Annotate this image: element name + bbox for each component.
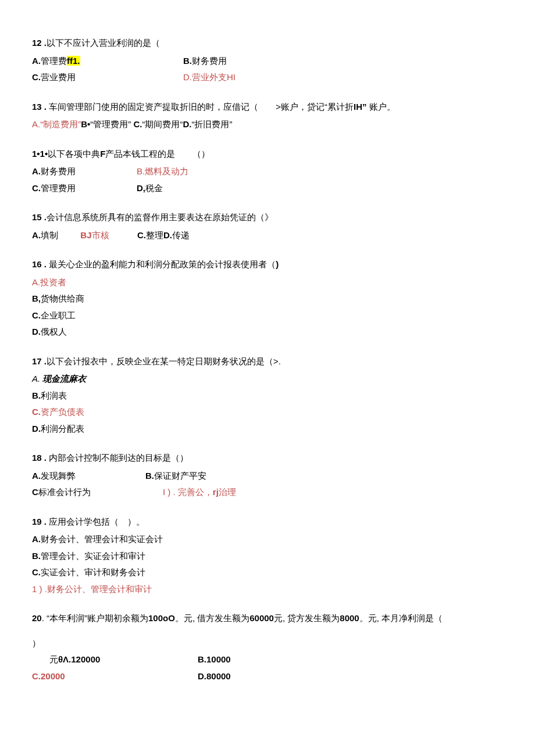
q18-B-text: 保证财产平安: [154, 471, 206, 481]
q12-A-text: 管理费: [41, 56, 67, 66]
q18-B-prefix: B.: [145, 471, 154, 481]
q15-number: 15: [32, 212, 42, 222]
q20-number: 20: [32, 613, 42, 623]
q13-C-prefix: C.: [133, 119, 142, 129]
q14-body2: 产品本钱工程的是 （）: [105, 149, 210, 159]
q16-D-prefix: D.: [32, 327, 41, 336]
q18-row1: A.发现舞弊 B.保证财产平安: [32, 468, 503, 485]
question-15: 15 .会计信息系统所具有的监督作用主要表达在原始凭证的（》 A.填制 BJ市核…: [32, 209, 503, 243]
q12-B-text: 财务费用: [192, 56, 227, 66]
question-12-text: 12 .以下不应计入营业利润的是（: [32, 35, 503, 52]
q20-b2: 60000: [249, 613, 274, 623]
q18-number: 18: [32, 453, 42, 463]
q18-A-prefix: A.: [32, 471, 41, 481]
q13-D-prefix: D.: [183, 119, 191, 129]
q16-optA: A.投资者: [32, 274, 503, 291]
q15-D-prefix: D.: [163, 230, 172, 240]
q12-D-prefix: D.: [183, 72, 192, 82]
q19-A-text: 财务会计、管理会计和实证会计: [41, 534, 163, 544]
q13-tail2: 账户。: [366, 102, 395, 112]
q18-D-prefix: I ) .: [163, 487, 176, 497]
q20-A-b: θΛ.120000: [58, 654, 100, 664]
q16-D-text: 俄权人: [41, 327, 67, 336]
question-13: 13 . 车间管理部门使用的固定资产提取折旧的时，应借记（ >账户，贷记“累计折…: [32, 99, 503, 133]
q12-row1: A.管理费ff1. B.财务费用: [32, 53, 503, 70]
question-14: 1•1•以下各项中典F产品本钱工程的是 （） A.财务费用 B.燃料及动力 C.…: [32, 146, 503, 197]
q15-A-prefix: A.: [32, 230, 41, 240]
q16-optC: C.企业职工: [32, 307, 503, 324]
q20-row1: 元θΛ.120000 B.10000: [32, 651, 503, 668]
q16-A-prefix: A.: [32, 277, 40, 287]
q19-optA: A.财务会计、管理会计和实证会计: [32, 531, 503, 548]
q12-optC: C.营业费用: [32, 69, 183, 86]
q17-optA: A. 现金流麻衣: [32, 371, 503, 388]
q14-D-prefix: D,: [137, 183, 145, 193]
document-page: 12 .以下不应计入营业利润的是（ A.管理费ff1. B.财务费用 C.营业费…: [0, 0, 535, 721]
q14-number: 1•1•: [32, 149, 48, 159]
q19-optC: C.实证会计、审计和财务会计: [32, 564, 503, 581]
q17-B-text: 利润表: [41, 390, 67, 400]
q20-D-text: D.80000: [198, 671, 231, 681]
q20-optA: 元θΛ.120000: [32, 651, 198, 668]
q16-B-prefix: B,: [32, 293, 41, 303]
q18-optC: C标准会计行为: [32, 484, 163, 501]
q19-number: 19: [32, 517, 42, 526]
q18-optD: I ) . 完善公，rj治理: [163, 484, 236, 501]
q14-optA: A.财务费用: [32, 163, 137, 180]
q20-t3: 元, 贷方发生额为: [274, 613, 340, 623]
q20-t2: 。元, 借方发生额为: [175, 613, 249, 623]
q17-optC: C.资产负债表: [32, 404, 503, 421]
q12-A-hl: ff1.: [67, 56, 80, 66]
q16-optB: B,货物供给商: [32, 291, 503, 307]
question-13-text: 13 . 车间管理部门使用的固定资产提取折旧的时，应借记（ >账户，贷记“累计折…: [32, 99, 503, 116]
q20-optD: D.80000: [198, 668, 231, 685]
q19-optD: 1 ) .财务公计、管理会计和审计: [32, 581, 503, 598]
q14-B-prefix: B.: [137, 166, 145, 176]
q20-paren: ）: [32, 635, 503, 652]
q14-A-text: 财务费用: [41, 166, 76, 176]
q12-row2: C.营业费用 D.营业外支HI: [32, 69, 503, 86]
q14-C-prefix: C.: [32, 183, 41, 193]
q16-body: 最关心企业的盈利能力和利润分配政策的会计报表使用者（: [47, 259, 276, 269]
q17-dot: .: [42, 356, 47, 366]
q17-optB: B.利润表: [32, 388, 503, 404]
q16-dot: .: [42, 259, 47, 269]
q19-B-text: 管理会计、实证会计和审计: [41, 551, 145, 561]
q19-C-text: 实证会计、审计和财务会计: [41, 567, 145, 577]
question-17: 17 .以下会计报衣中，反映企业在某一特定日期财务状况的是（>. A. 现金流麻…: [32, 353, 503, 438]
question-15-text: 15 .会计信息系统所具有的监督作用主要表达在原始凭证的（》: [32, 209, 503, 226]
q19-D-text: 财务公计、管理会计和审计: [47, 584, 152, 594]
question-18-text: 18 . 内部会计控制不能到达的目标是（）: [32, 450, 503, 467]
q16-C-prefix: C.: [32, 310, 41, 320]
q17-A-prefix: A.: [32, 374, 42, 384]
q20-optB: B.10000: [198, 651, 231, 668]
q12-C-prefix: C.: [32, 72, 41, 82]
q20-optC: C.20000: [32, 668, 198, 685]
q19-D-prefix: 1 ) .: [32, 584, 47, 594]
q15-dot: .: [42, 212, 47, 222]
q16-A-text: 投资者: [40, 277, 66, 287]
q18-C-prefix: C: [32, 487, 38, 497]
question-16: 16 . 最关心企业的盈利能力和利润分配政策的会计报表使用者（) A.投资者 B…: [32, 256, 503, 341]
q15-B-prefix: BJ: [80, 230, 91, 240]
q13-C-text: “期间费用“: [142, 119, 183, 129]
question-19: 19 . 应用会计学包括（ ）。 A.财务会计、管理会计和实证会计 B.管理会计…: [32, 514, 503, 598]
q20-t1: “本年利润”账户期初余额为: [44, 613, 148, 623]
q17-body: 以下会计报衣中，反映企业在某一特定日期财务状况的是（>.: [47, 356, 281, 366]
question-14-text: 1•1•以下各项中典F产品本钱工程的是 （）: [32, 146, 503, 163]
q20-C-text: C.20000: [32, 671, 65, 681]
q18-D-text2: 治理: [219, 487, 236, 497]
q18-optB: B.保证财产平安: [145, 468, 206, 485]
q15-B-text: 市核: [92, 230, 109, 240]
q14-row1: A.财务费用 B.燃料及动力: [32, 163, 503, 180]
q19-C-prefix: C.: [32, 567, 41, 577]
q14-A-prefix: A.: [32, 166, 41, 176]
q13-dot: .: [42, 102, 47, 112]
q20-t4: 。元, 本月净利润是（: [359, 613, 443, 623]
q20-A-prefix: 元: [49, 654, 58, 664]
q13-B-prefix: B•: [81, 119, 90, 129]
q12-body: 以下不应计入营业利润的是（: [47, 38, 160, 48]
question-12: 12 .以下不应计入营业利润的是（ A.管理费ff1. B.财务费用 C.营业费…: [32, 35, 503, 86]
question-16-text: 16 . 最关心企业的盈利能力和利润分配政策的会计报表使用者（): [32, 256, 503, 273]
question-17-text: 17 .以下会计报衣中，反映企业在某一特定日期财务状况的是（>.: [32, 353, 503, 370]
